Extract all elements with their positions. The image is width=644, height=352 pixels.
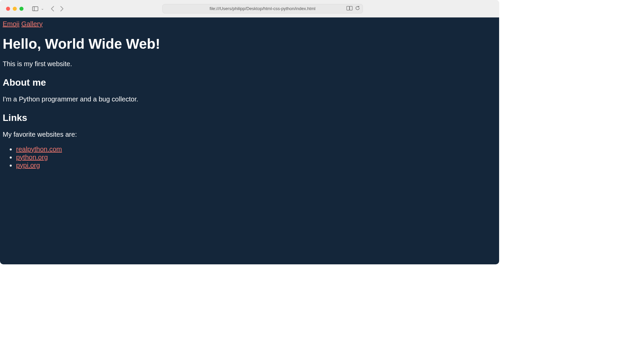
list-item: pypi.org	[16, 161, 496, 169]
about-heading: About me	[3, 77, 496, 88]
page-title: Hello, World Wide Web!	[3, 36, 496, 52]
page-content: Emoji Gallery Hello, World Wide Web! Thi…	[0, 17, 499, 264]
svg-rect-0	[33, 6, 38, 11]
chevron-right-icon	[60, 6, 64, 12]
chevron-left-icon	[51, 6, 54, 12]
back-button[interactable]	[49, 6, 56, 12]
address-text: file:///Users/philipp/Desktop/html-css-p…	[210, 6, 316, 11]
address-bar[interactable]: file:///Users/philipp/Desktop/html-css-p…	[162, 4, 363, 13]
browser-window: ⌄ file:///Users/philipp/Desktop/html-css…	[0, 0, 499, 264]
close-window-button[interactable]	[6, 7, 10, 11]
address-bar-actions	[346, 6, 360, 11]
nav-buttons	[49, 6, 65, 12]
links-heading: Links	[3, 113, 496, 123]
reader-icon[interactable]	[346, 6, 353, 11]
link-python-org[interactable]: python.org	[16, 153, 48, 161]
page-nav-links: Emoji Gallery	[3, 20, 496, 28]
link-pypi-org[interactable]: pypi.org	[16, 162, 40, 169]
minimize-window-button[interactable]	[13, 7, 17, 11]
chevron-down-icon[interactable]: ⌄	[41, 6, 44, 11]
svg-rect-2	[346, 6, 349, 10]
browser-toolbar: ⌄ file:///Users/philipp/Desktop/html-css…	[0, 0, 499, 17]
link-realpython[interactable]: realpython.com	[16, 145, 62, 153]
nav-link-gallery[interactable]: Gallery	[21, 20, 43, 28]
svg-rect-3	[350, 6, 352, 10]
about-text: I'm a Python programmer and a bug collec…	[3, 95, 496, 103]
list-item: python.org	[16, 153, 496, 161]
list-item: realpython.com	[16, 145, 496, 153]
maximize-window-button[interactable]	[19, 7, 23, 11]
nav-link-emoji[interactable]: Emoji	[3, 20, 19, 28]
sidebar-icon	[32, 6, 38, 11]
intro-text: This is my first website.	[3, 60, 496, 68]
favorite-links-list: realpython.com python.org pypi.org	[3, 145, 496, 169]
sidebar-toggle-button[interactable]	[31, 4, 40, 13]
window-controls	[6, 7, 23, 11]
reload-icon[interactable]	[355, 6, 360, 11]
links-intro: My favorite websites are:	[3, 131, 496, 138]
forward-button[interactable]	[58, 6, 65, 12]
